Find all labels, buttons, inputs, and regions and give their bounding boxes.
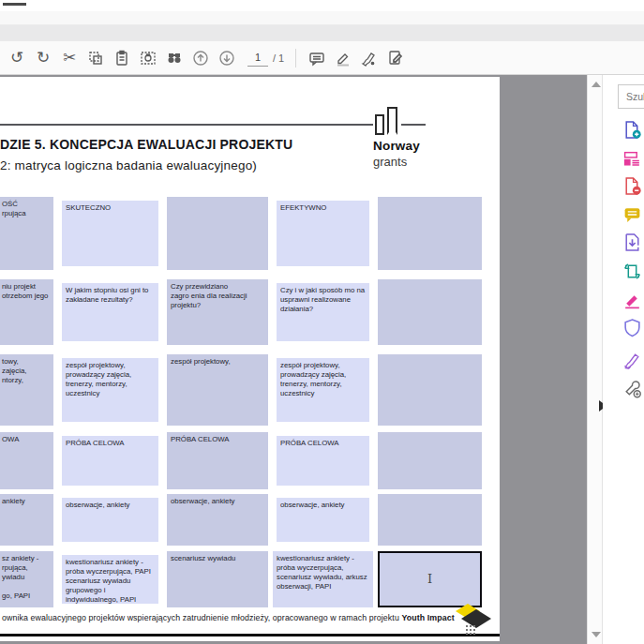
export-pdf-button[interactable] [622,232,642,252]
document-tab-bar [0,25,644,41]
norway-grants-logo-icon [373,105,401,137]
protect-icon [622,318,642,337]
delete-pages-icon [622,176,642,196]
form-field[interactable]: PRÓBA CELOWA [58,432,162,489]
toolbar-separator [295,49,296,67]
youth-impact-logo-icon [450,602,495,639]
table-cell: sz ankiety - rpująca, ywiadu go, PAPI [0,551,53,607]
form-field[interactable]: SKUTECZNO [58,197,162,270]
table-cell: ankiety [0,494,53,546]
next-page-button[interactable] [214,46,240,70]
panel-fill-sign-icon [622,291,642,310]
panel-comment-button[interactable] [622,203,642,224]
scroll-down-icon[interactable] [592,632,601,637]
undo-icon: ↺ [10,48,23,67]
form-field[interactable]: kwestionariusz ankiety - próba wyczerpuj… [58,551,162,607]
panel-comment-icon [622,204,642,224]
form-field[interactable]: obserwacje, ankiety [58,494,162,546]
table-cell [378,279,482,345]
snapshot-icon [139,49,157,67]
form-field[interactable]: zespół projektowy, prowadzący zajęcia, t… [58,354,162,426]
redo-icon: ↻ [37,48,50,67]
header-rule-right [401,124,426,126]
table-cell: PRÓBA CELOWA [167,432,268,489]
certificates-icon [622,350,642,369]
undo-button[interactable]: ↺ [4,46,30,70]
table-cell [378,354,482,426]
scan-ocr-icon [622,262,642,281]
fill-sign-button[interactable] [382,46,409,70]
form-field-active[interactable]: I [378,551,482,607]
table-cell [167,197,268,270]
page-subtitle: 2: matryca logiczna badania ewaluacyjneg… [0,158,257,172]
previous-page-icon [191,49,210,67]
table-cell [378,494,482,546]
table-cell: OWA [0,432,53,489]
comment-button[interactable] [304,46,330,70]
table-cell: towy, zajęcia, ntorzy, [0,354,53,426]
paste-button[interactable] [109,46,135,70]
snapshot-button[interactable] [135,46,161,70]
previous-page-button[interactable] [187,46,214,70]
table-cell [378,197,482,270]
table-cell: zespół projektowy, [167,354,268,426]
find-icon [165,49,184,67]
sign-icon [360,49,379,67]
combine-files-button[interactable] [622,148,642,169]
form-field[interactable]: EFEKTYWNO [273,197,373,270]
form-field[interactable]: zespół projektowy, prowadzący zajęcia, t… [273,354,373,426]
comment-icon [307,49,326,67]
more-tools-icon [622,379,642,398]
fill-sign-icon [386,49,405,67]
protect-button[interactable] [622,317,642,337]
tools-panel [603,75,644,644]
create-pdf-button[interactable] [622,119,642,140]
form-field[interactable]: W jakim stopniu osi gni to zakładane rez… [58,279,162,345]
scan-ocr-button[interactable] [622,261,642,281]
certificates-button[interactable] [622,349,642,369]
combine-files-icon [622,149,642,169]
page-total-label: / 1 [273,52,284,64]
table-cell: niu projekt otrzebom jego [0,279,53,345]
tools-search-input[interactable] [618,84,644,109]
menu-bar [0,11,644,25]
app-window: ↺ ↻ ✂ / 1 [0,0,644,644]
cut-icon: ✂ [63,48,76,67]
delete-pages-button[interactable] [622,175,642,196]
page-title: DZIE 5. KONCEPCJA EWALUACJI PROJEKTU [0,137,292,152]
redo-button[interactable]: ↻ [30,46,56,70]
header-rule [0,124,373,126]
table-cell: obserwacje, ankiety [167,494,268,546]
form-field[interactable]: PRÓBA CELOWA [273,432,373,489]
table-cell: OŚĆ rpująca [0,197,53,270]
form-field[interactable]: kwestionariusz ankiety - próba wyczerpuj… [273,551,373,607]
toolbar: ↺ ↻ ✂ / 1 [0,41,644,75]
copy-button[interactable] [82,46,109,70]
scroll-up-icon[interactable] [592,82,601,87]
vertical-scrollbar[interactable] [587,75,603,644]
document-viewport[interactable]: Norway grants DZIE 5. KONCEPCJA EWALUACJ… [0,75,587,644]
create-pdf-icon [622,120,642,140]
pdf-page: Norway grants DZIE 5. KONCEPCJA EWALUACJ… [0,77,500,641]
next-page-icon [217,49,236,67]
page-footer: ownika ewaluacyjnego projektów wspierają… [2,613,455,622]
find-button[interactable] [161,46,187,70]
table-cell [378,432,482,489]
norway-logo-subtext: grants [373,155,407,169]
norway-logo-text: Norway [373,139,420,153]
sign-button[interactable] [356,46,382,70]
copy-icon [86,49,105,67]
footer-rule [0,634,500,637]
highlight-button[interactable] [330,46,356,70]
form-field[interactable]: obserwacje, ankiety [273,494,373,546]
export-pdf-icon [622,232,642,252]
more-tools-button[interactable] [622,378,642,398]
paste-icon [112,49,131,67]
form-field[interactable]: Czy i w jaki sposób mo na usprawni reali… [273,279,373,345]
panel-fill-sign-button[interactable] [622,290,642,310]
table-cell: scenariusz wywiadu [167,551,268,607]
cut-button[interactable]: ✂ [56,46,82,70]
page-number-input[interactable] [247,50,268,67]
tab-indicator [3,3,26,6]
highlight-icon [334,49,352,67]
